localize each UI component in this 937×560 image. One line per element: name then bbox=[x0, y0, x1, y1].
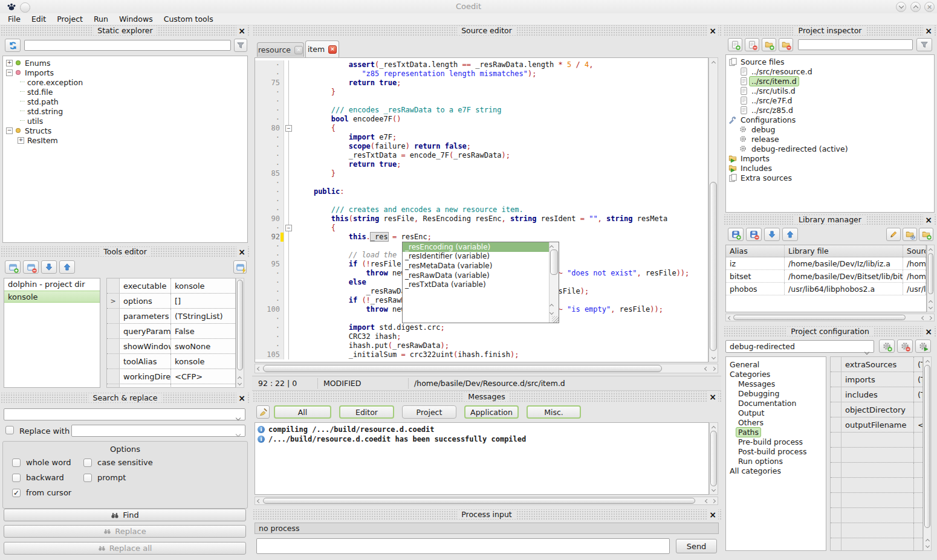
menu-edit[interactable]: Edit bbox=[26, 13, 51, 25]
property-value[interactable]: <CPN> bbox=[914, 420, 922, 430]
scroll-up-icon[interactable] bbox=[236, 374, 243, 381]
option-whole-word[interactable]: whole word bbox=[12, 458, 71, 467]
library-vscrollbar[interactable] bbox=[927, 245, 935, 312]
scrollbar-thumb[interactable] bbox=[928, 253, 933, 294]
messages-vscrollbar[interactable] bbox=[709, 422, 718, 495]
remove-source-button[interactable] bbox=[745, 38, 759, 51]
close-panel-icon[interactable]: × bbox=[707, 391, 718, 402]
clear-filter-icon[interactable] bbox=[916, 38, 932, 51]
tree-item[interactable]: −Structs bbox=[3, 126, 247, 135]
checkbox-from-cursor[interactable]: ✓ bbox=[12, 489, 21, 497]
config-category-item[interactable]: Messages bbox=[726, 379, 826, 388]
run-tool-button[interactable] bbox=[233, 260, 247, 274]
replace-with-checkbox[interactable] bbox=[5, 426, 14, 434]
filter-application[interactable]: Application bbox=[464, 405, 519, 419]
property-value[interactable]: (TStringList) bbox=[914, 375, 922, 384]
add-tool-button[interactable] bbox=[5, 260, 21, 274]
menu-windows[interactable]: Windows bbox=[114, 13, 158, 25]
config-category-item[interactable]: General bbox=[726, 359, 826, 369]
project-tree-item[interactable]: debug bbox=[726, 124, 934, 134]
project-tree-item[interactable]: Imports bbox=[726, 153, 934, 163]
search-term-combobox[interactable] bbox=[4, 408, 245, 420]
move-library-up-button[interactable] bbox=[782, 228, 798, 241]
project-tree-item[interactable]: ../src/e7F.d bbox=[726, 95, 934, 105]
menu-run[interactable]: Run bbox=[88, 13, 114, 25]
property-row[interactable]: workingDirectory<CFP> bbox=[107, 369, 235, 384]
find-button[interactable]: Find bbox=[4, 509, 246, 521]
code-line[interactable]: · bool encodee7F() bbox=[255, 115, 708, 124]
tree-item[interactable]: core.exception bbox=[3, 77, 247, 87]
scroll-down-icon[interactable] bbox=[236, 381, 243, 387]
completion-item[interactable]: _resIdentifier (variable) bbox=[403, 252, 549, 262]
menu-project[interactable]: Project bbox=[51, 13, 88, 25]
scroll-left-icon[interactable] bbox=[256, 498, 262, 504]
scroll-up-icon[interactable] bbox=[710, 423, 717, 430]
property-row[interactable]: executablekonsole bbox=[107, 278, 235, 294]
column-header-alias[interactable]: Alias bbox=[726, 245, 785, 257]
tab-item[interactable]: item × bbox=[305, 40, 339, 57]
scroll-left-icon[interactable] bbox=[703, 365, 710, 372]
config-category-item[interactable]: Categories bbox=[726, 369, 826, 379]
resize-grip[interactable] bbox=[552, 316, 559, 323]
code-line[interactable]: · } bbox=[255, 88, 708, 97]
scroll-down-icon[interactable] bbox=[710, 487, 717, 494]
config-category-item[interactable]: All categories bbox=[726, 466, 826, 475]
clear-messages-button[interactable] bbox=[256, 405, 270, 419]
filter-misc[interactable]: Misc. bbox=[527, 405, 581, 419]
refresh-button[interactable] bbox=[5, 39, 21, 52]
code-line[interactable]: · assert(_resTxtData.length == _resRawDa… bbox=[255, 60, 708, 69]
remove-folder-button[interactable] bbox=[779, 38, 793, 51]
tree-item[interactable]: std.string bbox=[3, 106, 247, 116]
code-line[interactable]: · "z85 representation length mismatches"… bbox=[255, 69, 708, 79]
property-row[interactable]: parameters(TStringList) bbox=[107, 309, 235, 324]
config-category-item[interactable]: Run options bbox=[726, 456, 826, 466]
column-header-sources[interactable]: Sources bbox=[903, 245, 926, 257]
property-value[interactable]: swoNone bbox=[171, 342, 235, 351]
code-line[interactable]: 75 return true; bbox=[255, 79, 708, 88]
property-row[interactable]: queryParametersFalse bbox=[107, 324, 235, 339]
filter-project[interactable]: Project bbox=[402, 405, 456, 419]
completion-item[interactable]: _resRawData (variable) bbox=[403, 271, 549, 280]
project-tree-item[interactable]: Source files bbox=[726, 57, 934, 66]
code-line[interactable]: · import std.digest.crc; bbox=[255, 323, 708, 332]
code-line[interactable]: · { bbox=[255, 224, 708, 233]
expand-icon[interactable]: + bbox=[18, 137, 24, 144]
scroll-left-icon[interactable] bbox=[920, 315, 927, 321]
option-backward[interactable]: backward bbox=[12, 473, 64, 482]
tree-item[interactable]: +Enums bbox=[3, 58, 247, 68]
close-panel-icon[interactable]: × bbox=[707, 509, 718, 520]
option-case-sensitive[interactable]: case sensitive bbox=[83, 458, 153, 467]
process-input-field[interactable] bbox=[256, 538, 670, 554]
config-category-item[interactable]: Paths bbox=[726, 427, 826, 437]
add-folder-button[interactable] bbox=[762, 38, 776, 51]
tool-list-item[interactable]: dolphin - project dir bbox=[4, 278, 100, 291]
symbol-filter-input[interactable] bbox=[24, 40, 231, 51]
maximize-button[interactable] bbox=[910, 2, 921, 12]
scroll-up-icon[interactable] bbox=[924, 536, 931, 543]
close-panel-icon[interactable]: × bbox=[236, 246, 247, 257]
property-row[interactable]: extraSources(TStringList) bbox=[831, 357, 922, 372]
editor-vscrollbar[interactable] bbox=[708, 57, 718, 362]
tool-list-item[interactable]: konsole bbox=[4, 291, 100, 303]
scroll-left-icon[interactable] bbox=[704, 498, 710, 504]
close-panel-icon[interactable]: × bbox=[707, 25, 718, 36]
code-line[interactable]: · import e7F; bbox=[255, 133, 708, 142]
app-menu-button[interactable] bbox=[20, 2, 30, 13]
config-category-item[interactable]: Post-build process bbox=[726, 446, 826, 456]
code-line[interactable]: 90 this(string resFile, ResEncoding resE… bbox=[255, 214, 708, 224]
scroll-left-icon[interactable] bbox=[256, 365, 262, 372]
scrollbar-thumb[interactable] bbox=[710, 431, 717, 486]
scroll-down-icon[interactable] bbox=[710, 355, 717, 361]
filter-all[interactable]: All bbox=[274, 405, 331, 419]
scroll-right-icon[interactable] bbox=[927, 315, 933, 321]
message-row[interactable]: i/.../build/resource.d.coedit has been s… bbox=[255, 434, 708, 444]
project-tree-item[interactable]: ../src/item.d bbox=[726, 76, 934, 86]
library-hscrollbar[interactable] bbox=[725, 314, 935, 321]
code-line[interactable]: · _resTxtData = encode_7F(_resRawData); bbox=[255, 151, 708, 160]
clear-filter-icon[interactable] bbox=[234, 39, 247, 52]
scroll-up-icon[interactable] bbox=[927, 298, 934, 304]
tab-resource[interactable]: resource × bbox=[257, 42, 304, 57]
scrollbar-thumb[interactable] bbox=[550, 249, 558, 275]
replace-all-button[interactable]: Replace all bbox=[4, 542, 246, 555]
project-tree-item[interactable]: debug-redirected (active) bbox=[726, 144, 934, 153]
